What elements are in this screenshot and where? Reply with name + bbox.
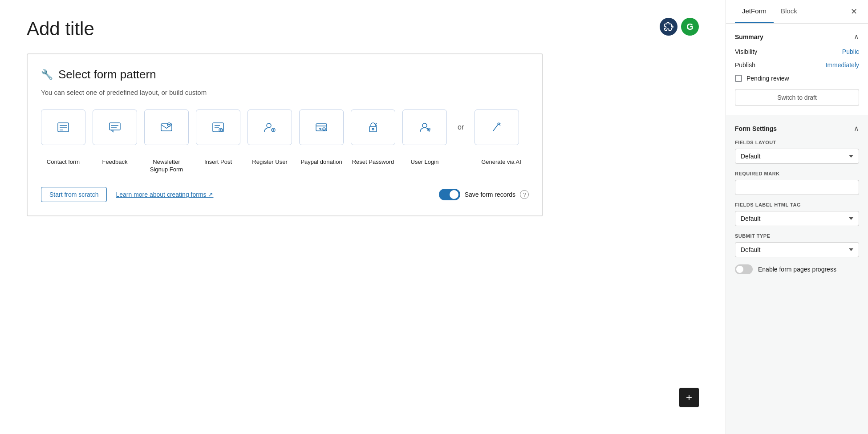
enable-form-pages-label: Enable form pages progress	[758, 266, 836, 273]
publish-label: Publish	[735, 61, 755, 69]
label-feedback: Feedback	[93, 158, 137, 166]
required-mark-group: REQUIRED MARK	[735, 171, 859, 195]
toolbar-icons: G	[660, 18, 699, 36]
form-type-register-user[interactable]	[247, 110, 292, 145]
toggle-slider-small	[735, 264, 753, 274]
fields-layout-label: FIELDS LAYOUT	[735, 140, 859, 145]
label-register-user: Register User	[247, 158, 292, 166]
fields-label-html-tag-group: FIELDS LABEL HTML TAG Default label div …	[735, 202, 859, 226]
help-icon[interactable]: ?	[520, 190, 529, 199]
form-settings-header: Form Settings ∧	[735, 124, 859, 133]
svg-point-28	[428, 129, 429, 130]
bottom-left: Start from scratch Learn more about crea…	[41, 187, 213, 202]
label-reset-password: Reset Password	[351, 158, 395, 166]
label-paypal: Paypal donation	[299, 158, 344, 166]
sidebar-tabs: JetForm Block ✕	[735, 0, 859, 23]
save-form-records-toggle[interactable]	[439, 189, 460, 200]
svg-point-17	[267, 123, 271, 128]
toggle-slider	[439, 189, 460, 200]
publish-value[interactable]: Immediately	[826, 61, 859, 69]
form-type-user-login[interactable]	[402, 110, 447, 145]
tab-jetform[interactable]: JetForm	[735, 0, 774, 23]
submit-type-select[interactable]: Default Ajax Reload	[735, 242, 859, 257]
visibility-row: Visibility Public	[735, 48, 859, 55]
fields-label-html-tag-label: FIELDS LABEL HTML TAG	[735, 202, 859, 207]
required-mark-input[interactable]	[735, 180, 859, 195]
label-newsletter: Newsletter Signup Form	[144, 158, 189, 174]
svg-point-26	[422, 123, 427, 128]
main-content: Add title G 🔧 Select form pattern You ca…	[0, 0, 726, 434]
svg-rect-4	[110, 123, 120, 130]
page-title[interactable]: Add title	[27, 18, 699, 40]
summary-title: Summary	[735, 33, 763, 41]
svg-point-25	[372, 128, 374, 130]
form-pattern-bottom: Start from scratch Learn more about crea…	[41, 187, 529, 202]
pending-review-row: Pending review	[735, 75, 859, 82]
summary-header: Summary ∧	[735, 32, 859, 41]
form-type-feedback[interactable]	[93, 110, 137, 145]
sidebar-tabs-left: JetForm Block	[735, 0, 804, 23]
fields-label-html-tag-select[interactable]: Default label div span	[735, 211, 859, 226]
form-type-paypal[interactable]	[299, 110, 344, 145]
collapse-form-settings-icon[interactable]: ∧	[854, 124, 859, 133]
visibility-value[interactable]: Public	[842, 48, 859, 55]
add-block-button[interactable]: +	[679, 388, 699, 407]
form-types-labels: Contact form Feedback Newsletter Signup …	[41, 158, 529, 174]
form-pattern-title: Select form pattern	[58, 68, 156, 81]
start-from-scratch-button[interactable]: Start from scratch	[41, 187, 107, 202]
form-type-contact[interactable]	[41, 110, 85, 145]
pending-review-checkbox[interactable]	[735, 75, 742, 82]
or-text: or	[458, 123, 464, 131]
form-settings-section: Form Settings ∧ FIELDS LAYOUT Default Ho…	[726, 115, 868, 285]
form-pattern-container: 🔧 Select form pattern You can select one…	[27, 53, 543, 216]
switch-to-draft-button[interactable]: Switch to draft	[735, 89, 859, 106]
label-user-login: User Login	[402, 158, 447, 166]
label-insert-post: Insert Post	[196, 158, 240, 166]
svg-rect-0	[58, 123, 69, 132]
fields-layout-select[interactable]: Default Horizontal Vertical	[735, 149, 859, 164]
sidebar-header: JetForm Block ✕	[726, 0, 868, 24]
submit-type-group: SUBMIT TYPE Default Ajax Reload	[735, 233, 859, 257]
visibility-label: Visibility	[735, 48, 757, 55]
right-sidebar: JetForm Block ✕ Summary ∧ Visibility Pub…	[726, 0, 868, 434]
wrench-icon: 🔧	[41, 69, 53, 81]
form-type-reset-password[interactable]	[351, 110, 395, 145]
form-type-newsletter[interactable]	[144, 110, 189, 145]
collapse-summary-icon[interactable]: ∧	[854, 32, 859, 41]
enable-form-pages-toggle[interactable]	[735, 264, 753, 274]
bottom-right: Save form records ?	[439, 189, 529, 200]
form-type-generate-ai[interactable]	[475, 110, 519, 145]
learn-more-link[interactable]: Learn more about creating forms ↗	[116, 191, 213, 198]
plugin-icon	[660, 18, 677, 36]
form-pattern-subtitle: You can select one of predefined layout,…	[41, 89, 529, 96]
enable-form-pages-row: Enable form pages progress	[735, 264, 859, 274]
save-records-label: Save form records	[465, 191, 515, 198]
label-generate-ai: Generate via AI	[479, 158, 523, 166]
form-pattern-header: 🔧 Select form pattern	[41, 68, 529, 81]
grammarly-icon: G	[681, 18, 699, 36]
form-type-insert-post[interactable]	[196, 110, 240, 145]
fields-layout-group: FIELDS LAYOUT Default Horizontal Vertica…	[735, 140, 859, 164]
svg-rect-24	[369, 126, 377, 132]
summary-section: Summary ∧ Visibility Public Publish Imme…	[726, 24, 868, 115]
publish-row: Publish Immediately	[735, 61, 859, 69]
form-settings-title: Form Settings	[735, 125, 777, 132]
submit-type-label: SUBMIT TYPE	[735, 233, 859, 239]
pending-review-label: Pending review	[746, 75, 789, 82]
required-mark-label: REQUIRED MARK	[735, 171, 859, 176]
form-types-row: or	[41, 110, 529, 145]
label-contact: Contact form	[41, 158, 85, 166]
tab-block[interactable]: Block	[774, 0, 804, 23]
close-sidebar-button[interactable]: ✕	[849, 5, 859, 18]
